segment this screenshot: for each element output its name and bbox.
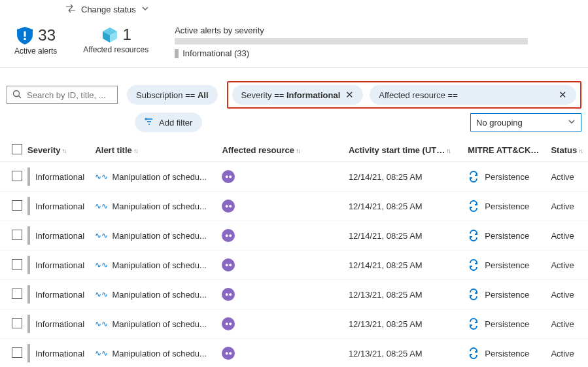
severity-chip-informational xyxy=(175,49,179,58)
row-checkbox[interactable] xyxy=(12,200,22,211)
chevron-down-icon[interactable] xyxy=(141,5,149,14)
select-all-checkbox[interactable] xyxy=(12,144,22,154)
resource-avatar-icon: ●● xyxy=(222,347,235,360)
alerts-table: Severity↑↓ Alert title↑↓ Affected resour… xyxy=(0,139,588,367)
cell-start-time: 12/14/21, 08:25 AM xyxy=(349,172,423,182)
cell-status: Active xyxy=(551,260,574,270)
row-checkbox[interactable] xyxy=(12,288,22,299)
search-input[interactable] xyxy=(26,90,112,101)
cell-severity: Informational xyxy=(35,319,84,329)
grouping-select[interactable]: No grouping xyxy=(470,113,581,131)
cell-severity: Informational xyxy=(35,260,84,270)
add-filter-button[interactable]: Add filter xyxy=(135,113,202,132)
alert-wave-icon: ∿∿ xyxy=(95,290,108,299)
cell-title: Manipulation of schedu... xyxy=(112,231,207,241)
cell-mitre: Persistence xyxy=(485,201,529,211)
subscription-filter-value: All xyxy=(198,90,209,100)
cell-severity: Informational xyxy=(35,290,84,300)
severity-indicator xyxy=(27,315,30,333)
table-row[interactable]: Informational∿∿Manipulation of schedu...… xyxy=(0,309,588,339)
column-start[interactable]: Activity start time (UT…↑↓ xyxy=(309,139,465,162)
cell-status: Active xyxy=(551,290,574,300)
cell-start-time: 12/13/21, 08:25 AM xyxy=(349,290,423,300)
persistence-loop-icon xyxy=(468,200,479,212)
column-mitre[interactable]: MITRE ATT&CK… xyxy=(465,139,548,162)
filters-row: Subscription == All Severity == Informat… xyxy=(0,68,588,113)
column-severity[interactable]: Severity↑↓ xyxy=(25,139,92,162)
table-row[interactable]: Informational∿∿Manipulation of schedu...… xyxy=(0,221,588,251)
resource-avatar-icon: ●● xyxy=(222,229,235,242)
cell-start-time: 12/14/21, 08:25 AM xyxy=(349,201,423,211)
sort-icon: ↑↓ xyxy=(62,147,66,154)
filter-pill-severity[interactable]: Severity == Informational ✕ xyxy=(232,85,364,105)
resource-avatar-icon: ●● xyxy=(222,288,235,301)
grouping-value: No grouping xyxy=(476,118,523,128)
add-filter-icon xyxy=(145,117,154,128)
row-checkbox[interactable] xyxy=(12,171,22,181)
alert-wave-icon: ∿∿ xyxy=(95,319,108,328)
cell-title: Manipulation of schedu... xyxy=(112,260,207,270)
svg-rect-1 xyxy=(24,38,26,40)
svg-line-3 xyxy=(19,96,22,98)
search-input-wrapper[interactable] xyxy=(7,86,118,104)
cell-title: Manipulation of schedu... xyxy=(112,172,207,182)
alert-wave-icon: ∿∿ xyxy=(95,172,108,181)
close-icon[interactable]: ✕ xyxy=(559,89,567,101)
row-checkbox[interactable] xyxy=(12,347,22,358)
table-row[interactable]: Informational∿∿Manipulation of schedu...… xyxy=(0,251,588,280)
change-status-button[interactable]: Change status xyxy=(81,5,136,14)
persistence-loop-icon xyxy=(468,230,479,241)
cell-mitre: Persistence xyxy=(485,319,529,329)
severity-indicator xyxy=(27,256,30,274)
cell-status: Active xyxy=(551,319,574,329)
resource-avatar-icon: ●● xyxy=(222,317,235,330)
severity-indicator xyxy=(27,197,30,215)
filters-row-2: Add filter No grouping xyxy=(0,113,588,139)
cell-severity: Informational xyxy=(35,201,84,211)
filter-pill-affected-resource[interactable]: Affected resource == ✕ xyxy=(370,85,576,105)
column-resource[interactable]: Affected resource↑↓ xyxy=(219,139,309,162)
column-status[interactable]: Status↑↓ xyxy=(548,139,588,162)
alert-wave-icon: ∿∿ xyxy=(95,260,108,270)
alert-wave-icon: ∿∿ xyxy=(95,349,108,358)
row-checkbox[interactable] xyxy=(12,318,22,328)
column-title[interactable]: Alert title↑↓ xyxy=(92,139,219,162)
cell-mitre: Persistence xyxy=(485,349,529,358)
severity-indicator xyxy=(27,344,30,362)
add-filter-label: Add filter xyxy=(159,118,192,128)
severity-title: Active alerts by severity xyxy=(175,26,574,35)
active-alerts-label: Active alerts xyxy=(14,46,57,56)
cube-icon xyxy=(101,26,119,44)
active-alerts-stat: 33 Active alerts xyxy=(14,26,57,56)
highlighted-filters: Severity == Informational ✕ Affected res… xyxy=(227,81,581,109)
sort-icon: ↑↓ xyxy=(133,147,137,154)
persistence-loop-icon xyxy=(468,318,479,330)
resource-avatar-icon: ●● xyxy=(222,170,235,183)
alert-wave-icon: ∿∿ xyxy=(95,231,108,240)
close-icon[interactable]: ✕ xyxy=(345,89,354,101)
subscription-filter-label: Subscription == xyxy=(136,90,198,100)
persistence-loop-icon xyxy=(468,288,479,300)
alert-wave-icon: ∿∿ xyxy=(95,201,108,211)
cell-title: Manipulation of schedu... xyxy=(112,349,207,358)
table-row[interactable]: Informational∿∿Manipulation of schedu...… xyxy=(0,192,588,221)
svg-rect-0 xyxy=(24,31,26,37)
chevron-down-icon xyxy=(568,118,576,128)
row-checkbox[interactable] xyxy=(12,259,22,270)
cell-mitre: Persistence xyxy=(485,290,529,300)
persistence-loop-icon xyxy=(468,259,479,271)
cell-status: Active xyxy=(551,231,574,241)
table-row[interactable]: Informational∿∿Manipulation of schedu...… xyxy=(0,162,588,192)
persistence-loop-icon xyxy=(468,171,479,183)
severity-filter-value: Informational xyxy=(286,90,340,100)
resource-avatar-icon: ●● xyxy=(222,200,235,213)
cell-mitre: Persistence xyxy=(485,231,529,241)
table-row[interactable]: Informational∿∿Manipulation of schedu...… xyxy=(0,339,588,368)
filter-pill-subscription[interactable]: Subscription == All xyxy=(127,85,218,105)
severity-panel: Active alerts by severity Informational … xyxy=(175,26,574,58)
cell-title: Manipulation of schedu... xyxy=(112,201,207,211)
change-status-icon xyxy=(65,4,76,15)
table-row[interactable]: Informational∿∿Manipulation of schedu...… xyxy=(0,280,588,309)
severity-bar xyxy=(175,38,528,44)
row-checkbox[interactable] xyxy=(12,230,22,240)
